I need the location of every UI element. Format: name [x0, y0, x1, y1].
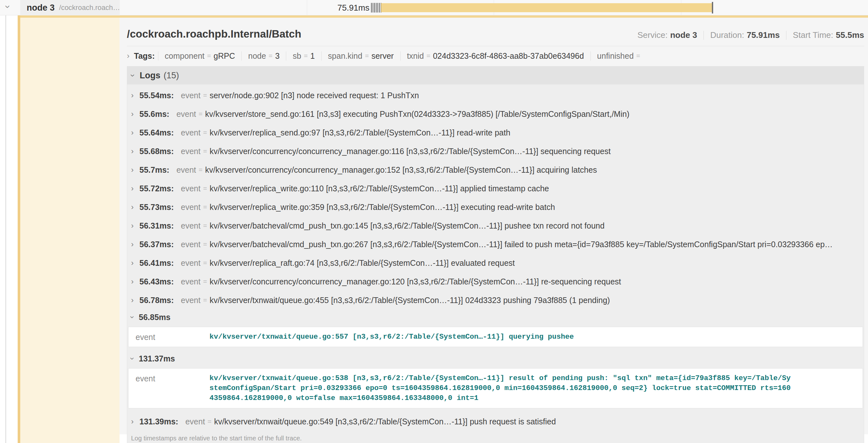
- log-timestamp: 55.68ms:: [140, 147, 174, 156]
- log-timestamp: 55.72ms:: [140, 184, 174, 193]
- chevron-right-icon: ›: [131, 110, 134, 118]
- log-field-key: event: [181, 203, 200, 212]
- span-name-tab[interactable]: node 3 /cockroach.roach…: [20, 0, 120, 15]
- meta-divider: [704, 31, 704, 40]
- equals-sign: =: [208, 418, 211, 425]
- equals-sign: =: [203, 259, 207, 267]
- tag-item: component = gRPC: [158, 52, 242, 61]
- tag-key: txnid: [407, 52, 424, 61]
- log-row[interactable]: › 56.37ms: event = kv/kvserver/batcheval…: [127, 235, 864, 253]
- log-row[interactable]: › 131.39ms: event = kv/kvserver/txnwait/…: [127, 412, 864, 431]
- duration-value: 75.91ms: [747, 30, 780, 40]
- log-field-key: event: [181, 277, 200, 286]
- log-field-value: kv/kvserver/concurrency/concurrency_mana…: [210, 277, 621, 286]
- log-field-key: event: [181, 259, 200, 268]
- log-row[interactable]: › 55.68ms: event = kv/kvserver/concurren…: [127, 142, 864, 161]
- logs-count: (15): [163, 71, 179, 80]
- log-field-key: event: [181, 128, 200, 137]
- log-timestamp: 56.78ms:: [140, 296, 174, 305]
- equals-sign: =: [203, 240, 207, 248]
- start-time-label: Start Time:: [793, 30, 833, 40]
- log-row[interactable]: › 55.7ms: event = kv/kvserver/concurrenc…: [127, 161, 864, 179]
- log-timestamp: 56.43ms:: [140, 277, 174, 286]
- log-field-value: kv/kvserver/txnwait/queue.go:538 [n3,s3,…: [210, 373, 793, 403]
- log-row[interactable]: › 55.54ms: event = server/node.go:902 [n…: [127, 86, 864, 105]
- log-field-key: event: [176, 109, 196, 119]
- log-field-value: kv/kvserver/txnwait/queue.go:557 [n3,s3,…: [210, 332, 574, 342]
- log-tick-marks: [371, 3, 382, 12]
- span-name-column[interactable]: [20, 17, 120, 443]
- logs-footer-note: Log timestamps are relative to the start…: [127, 431, 864, 443]
- tag-item: node = 3: [241, 52, 286, 61]
- tag-value: 024d3323-6c8f-4863-aa8b-37ab0e63496d: [433, 52, 584, 61]
- span-detail-panel: /cockroach.roachpb.Internal/Batch Servic…: [120, 18, 868, 434]
- log-timestamp: 131.37ms: [139, 354, 175, 364]
- equals-sign: =: [198, 110, 203, 118]
- equals-sign: =: [203, 129, 207, 136]
- span-timeline[interactable]: 75.91ms: [120, 0, 868, 15]
- tag-value: 3: [275, 52, 279, 61]
- log-field-key: event: [181, 221, 200, 231]
- log-timestamp: 56.37ms:: [140, 240, 174, 249]
- equals-sign: =: [203, 184, 207, 192]
- log-timestamp: 56.31ms:: [140, 221, 174, 231]
- span-duration-label: 75.91ms: [120, 0, 369, 15]
- tag-value: 1: [310, 52, 315, 61]
- equals-sign: =: [207, 52, 211, 60]
- equals-sign: =: [365, 52, 369, 60]
- chevron-right-icon: ›: [131, 278, 134, 285]
- chevron-right-icon: ›: [131, 259, 134, 267]
- chevron-down-icon[interactable]: ›: [129, 74, 137, 77]
- chevron-right-icon: ›: [131, 129, 134, 136]
- log-timestamp: 55.54ms:: [140, 91, 174, 100]
- tag-value: gRPC: [214, 52, 235, 61]
- equals-sign: =: [203, 147, 207, 155]
- log-row[interactable]: › 55.64ms: event = kv/kvserver/replica_s…: [127, 123, 864, 142]
- trace-span-detail-view: › node 3 /cockroach.roach… 75.91ms /cock…: [0, 0, 868, 443]
- log-field-value: kv/kvserver/store_send.go:161 [n3,s3] ex…: [205, 109, 630, 119]
- log-row-expanded-header[interactable]: › 56.85ms: [127, 309, 864, 325]
- span-service-name: node 3: [27, 3, 55, 13]
- tag-key: node: [248, 52, 266, 61]
- span-title: /cockroach.roachpb.Internal/Batch: [127, 28, 301, 40]
- chevron-down-icon: ›: [128, 357, 136, 360]
- log-field-key: event: [181, 91, 200, 100]
- log-row-expanded-header[interactable]: › 131.37ms: [127, 351, 864, 366]
- log-row[interactable]: › 55.72ms: event = kv/kvserver/replica_w…: [127, 179, 864, 198]
- log-field-value: kv/kvserver/batcheval/cmd_push_txn.go:14…: [210, 221, 604, 231]
- log-row[interactable]: › 56.78ms: event = kv/kvserver/txnwait/q…: [127, 291, 864, 309]
- duration-label: Duration:: [710, 30, 744, 40]
- tag-key: sb: [293, 52, 301, 61]
- span-duration-bar[interactable]: [381, 3, 712, 12]
- log-row[interactable]: › 55.73ms: event = kv/kvserver/replica_w…: [127, 198, 864, 216]
- log-field-value: kv/kvserver/txnwait/queue.go:455 [n3,s3,…: [210, 296, 610, 305]
- logs-header[interactable]: › Logs (15): [127, 66, 864, 84]
- span-bar-end-marker: [712, 2, 713, 13]
- span-accent-stripe: [18, 0, 20, 443]
- log-row[interactable]: › 55.6ms: event = kv/kvserver/store_send…: [127, 105, 864, 123]
- log-field-value: kv/kvserver/replica_send.go:97 [n3,s3,r6…: [210, 128, 510, 137]
- chevron-right-icon: ›: [131, 203, 134, 211]
- chevron-right-icon[interactable]: ›: [127, 52, 129, 60]
- log-timestamp: 131.39ms:: [140, 417, 178, 426]
- equals-sign: =: [269, 52, 272, 60]
- tags-section[interactable]: › Tags: component = gRPC node = 3 sb = 1…: [127, 47, 864, 65]
- service-value: node 3: [670, 30, 697, 40]
- log-timestamp: 55.64ms:: [140, 128, 174, 137]
- log-field-key: event: [181, 296, 200, 305]
- log-field-value: kv/kvserver/replica_write.go:359 [n3,s3,…: [210, 203, 555, 212]
- tag-value: server: [371, 52, 394, 61]
- log-detail-box: event kv/kvserver/txnwait/queue.go:557 […: [128, 327, 863, 347]
- equals-sign: =: [203, 92, 207, 99]
- log-row[interactable]: › 56.41ms: event = kv/kvserver/replica_r…: [127, 253, 864, 272]
- log-field-key: event: [176, 165, 196, 175]
- log-row[interactable]: › 56.31ms: event = kv/kvserver/batcheval…: [127, 216, 864, 235]
- tag-item: sb = 1: [286, 52, 321, 61]
- tag-item: unfinished =: [590, 52, 649, 61]
- span-timeline-row: › node 3 /cockroach.roach… 75.91ms: [0, 0, 868, 15]
- chevron-right-icon: ›: [131, 222, 134, 230]
- logs-body: › 55.54ms: event = server/node.go:902 [n…: [127, 84, 864, 431]
- collapse-children-icon[interactable]: ›: [3, 5, 13, 8]
- log-timestamp: 56.41ms:: [140, 259, 174, 268]
- log-row[interactable]: › 56.43ms: event = kv/kvserver/concurren…: [127, 272, 864, 291]
